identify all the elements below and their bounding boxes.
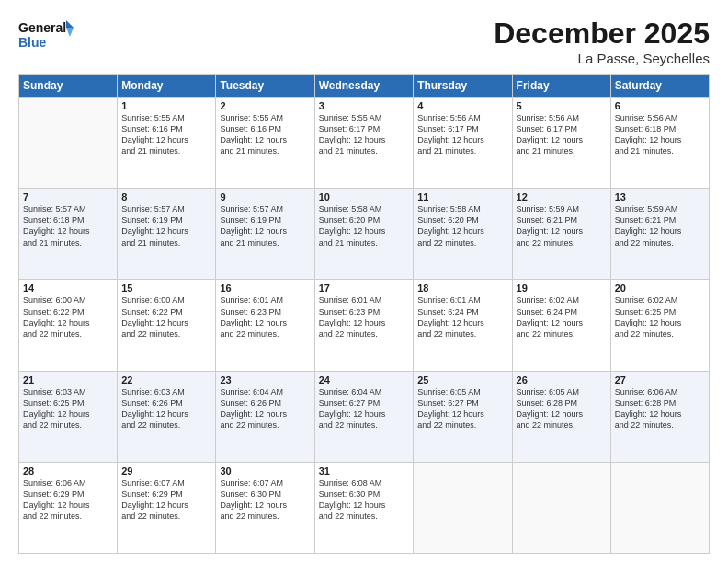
day-info: Sunrise: 6:02 AMSunset: 6:24 PMDaylight:… — [517, 294, 607, 339]
day-number: 3 — [319, 100, 410, 111]
day-cell — [512, 462, 610, 553]
week-row-2: 7Sunrise: 5:57 AMSunset: 6:18 PMDaylight… — [19, 189, 710, 280]
week-row-1: 1Sunrise: 5:55 AMSunset: 6:16 PMDaylight… — [19, 98, 710, 189]
day-info: Sunrise: 6:06 AMSunset: 6:29 PMDaylight:… — [23, 477, 113, 523]
day-cell: 27Sunrise: 6:06 AMSunset: 6:28 PMDayligh… — [610, 371, 709, 462]
day-info: Sunrise: 5:55 AMSunset: 6:17 PMDaylight:… — [319, 112, 410, 157]
day-cell: 30Sunrise: 6:07 AMSunset: 6:30 PMDayligh… — [216, 462, 314, 553]
day-cell: 11Sunrise: 5:58 AMSunset: 6:20 PMDayligh… — [414, 189, 512, 280]
day-info: Sunrise: 5:58 AMSunset: 6:20 PMDaylight:… — [319, 203, 410, 248]
day-info: Sunrise: 6:03 AMSunset: 6:26 PMDaylight:… — [121, 386, 211, 431]
day-number: 21 — [23, 374, 113, 385]
day-cell: 15Sunrise: 6:00 AMSunset: 6:22 PMDayligh… — [118, 280, 216, 371]
day-cell — [610, 462, 709, 553]
day-info: Sunrise: 5:55 AMSunset: 6:16 PMDaylight:… — [220, 112, 310, 157]
day-number: 31 — [319, 465, 410, 477]
day-info: Sunrise: 6:01 AMSunset: 6:23 PMDaylight:… — [319, 294, 410, 339]
calendar-page: General Blue December 2025 La Passe, Sey… — [0, 0, 728, 563]
day-cell — [414, 462, 512, 553]
logo-svg: General Blue — [18, 17, 74, 53]
location: La Passe, Seychelles — [494, 51, 710, 66]
col-header-saturday: Saturday — [610, 75, 709, 98]
day-info: Sunrise: 6:07 AMSunset: 6:29 PMDaylight:… — [121, 477, 211, 523]
day-number: 24 — [319, 374, 410, 385]
week-row-4: 21Sunrise: 6:03 AMSunset: 6:25 PMDayligh… — [19, 371, 710, 462]
day-info: Sunrise: 6:06 AMSunset: 6:28 PMDaylight:… — [615, 386, 705, 431]
day-cell: 17Sunrise: 6:01 AMSunset: 6:23 PMDayligh… — [314, 280, 414, 371]
day-number: 1 — [121, 100, 211, 111]
day-cell: 1Sunrise: 5:55 AMSunset: 6:16 PMDaylight… — [118, 98, 216, 189]
day-number: 14 — [23, 282, 113, 293]
day-info: Sunrise: 5:57 AMSunset: 6:19 PMDaylight:… — [121, 203, 211, 248]
month-title: December 2025 — [494, 17, 710, 51]
day-cell: 16Sunrise: 6:01 AMSunset: 6:23 PMDayligh… — [216, 280, 314, 371]
day-number: 9 — [220, 191, 310, 202]
day-number: 23 — [220, 374, 310, 385]
day-info: Sunrise: 6:02 AMSunset: 6:25 PMDaylight:… — [615, 294, 705, 339]
day-cell: 25Sunrise: 6:05 AMSunset: 6:27 PMDayligh… — [414, 371, 512, 462]
day-info: Sunrise: 5:56 AMSunset: 6:17 PMDaylight:… — [517, 112, 607, 157]
day-number: 11 — [417, 191, 507, 202]
day-info: Sunrise: 6:07 AMSunset: 6:30 PMDaylight:… — [220, 477, 310, 523]
day-info: Sunrise: 6:00 AMSunset: 6:22 PMDaylight:… — [23, 294, 113, 339]
day-number: 18 — [417, 282, 507, 293]
day-cell: 29Sunrise: 6:07 AMSunset: 6:29 PMDayligh… — [118, 462, 216, 553]
day-info: Sunrise: 5:55 AMSunset: 6:16 PMDaylight:… — [121, 112, 211, 157]
day-number: 19 — [517, 282, 607, 293]
logo: General Blue — [18, 17, 74, 53]
day-cell: 8Sunrise: 5:57 AMSunset: 6:19 PMDaylight… — [118, 189, 216, 280]
day-info: Sunrise: 6:03 AMSunset: 6:25 PMDaylight:… — [23, 386, 113, 431]
day-number: 26 — [517, 374, 607, 385]
col-header-thursday: Thursday — [414, 75, 512, 98]
col-header-wednesday: Wednesday — [314, 75, 414, 98]
day-info: Sunrise: 6:05 AMSunset: 6:28 PMDaylight:… — [517, 386, 607, 431]
day-info: Sunrise: 6:08 AMSunset: 6:30 PMDaylight:… — [319, 477, 410, 523]
day-number: 13 — [615, 191, 705, 202]
day-info: Sunrise: 5:57 AMSunset: 6:19 PMDaylight:… — [220, 203, 310, 248]
day-number: 29 — [121, 465, 211, 477]
day-cell: 21Sunrise: 6:03 AMSunset: 6:25 PMDayligh… — [19, 371, 118, 462]
day-info: Sunrise: 6:05 AMSunset: 6:27 PMDaylight:… — [417, 386, 507, 431]
day-info: Sunrise: 6:01 AMSunset: 6:24 PMDaylight:… — [417, 294, 507, 339]
week-row-3: 14Sunrise: 6:00 AMSunset: 6:22 PMDayligh… — [19, 280, 710, 371]
day-number: 15 — [121, 282, 211, 293]
svg-marker-3 — [66, 28, 74, 37]
day-cell: 31Sunrise: 6:08 AMSunset: 6:30 PMDayligh… — [314, 462, 414, 553]
day-cell: 23Sunrise: 6:04 AMSunset: 6:26 PMDayligh… — [216, 371, 314, 462]
day-cell: 2Sunrise: 5:55 AMSunset: 6:16 PMDaylight… — [216, 98, 314, 189]
day-cell: 14Sunrise: 6:00 AMSunset: 6:22 PMDayligh… — [19, 280, 118, 371]
day-cell: 18Sunrise: 6:01 AMSunset: 6:24 PMDayligh… — [414, 280, 512, 371]
day-cell: 3Sunrise: 5:55 AMSunset: 6:17 PMDaylight… — [314, 98, 414, 189]
day-number: 17 — [319, 282, 410, 293]
col-header-tuesday: Tuesday — [216, 75, 314, 98]
col-header-friday: Friday — [512, 75, 610, 98]
day-cell: 7Sunrise: 5:57 AMSunset: 6:18 PMDaylight… — [19, 189, 118, 280]
svg-text:Blue: Blue — [18, 35, 47, 50]
svg-text:General: General — [18, 20, 66, 35]
day-info: Sunrise: 6:00 AMSunset: 6:22 PMDaylight:… — [121, 294, 211, 339]
day-cell: 10Sunrise: 5:58 AMSunset: 6:20 PMDayligh… — [314, 189, 414, 280]
col-header-monday: Monday — [118, 75, 216, 98]
day-number: 25 — [417, 374, 507, 385]
day-info: Sunrise: 5:59 AMSunset: 6:21 PMDaylight:… — [615, 203, 705, 248]
title-block: December 2025 La Passe, Seychelles — [494, 17, 710, 66]
day-cell: 5Sunrise: 5:56 AMSunset: 6:17 PMDaylight… — [512, 98, 610, 189]
day-cell: 26Sunrise: 6:05 AMSunset: 6:28 PMDayligh… — [512, 371, 610, 462]
day-number: 6 — [615, 100, 705, 111]
day-cell: 13Sunrise: 5:59 AMSunset: 6:21 PMDayligh… — [610, 189, 709, 280]
svg-marker-2 — [66, 20, 74, 28]
day-number: 4 — [417, 100, 507, 111]
day-number: 27 — [615, 374, 705, 385]
day-info: Sunrise: 6:04 AMSunset: 6:26 PMDaylight:… — [220, 386, 310, 431]
day-cell: 20Sunrise: 6:02 AMSunset: 6:25 PMDayligh… — [610, 280, 709, 371]
day-number: 12 — [517, 191, 607, 202]
day-number: 28 — [23, 465, 113, 477]
header: General Blue December 2025 La Passe, Sey… — [18, 17, 710, 66]
day-number: 16 — [220, 282, 310, 293]
calendar-table: SundayMondayTuesdayWednesdayThursdayFrid… — [18, 74, 710, 554]
day-info: Sunrise: 5:57 AMSunset: 6:18 PMDaylight:… — [23, 203, 113, 248]
day-number: 20 — [615, 282, 705, 293]
day-info: Sunrise: 6:04 AMSunset: 6:27 PMDaylight:… — [319, 386, 410, 431]
day-info: Sunrise: 5:58 AMSunset: 6:20 PMDaylight:… — [417, 203, 507, 248]
day-number: 5 — [517, 100, 607, 111]
